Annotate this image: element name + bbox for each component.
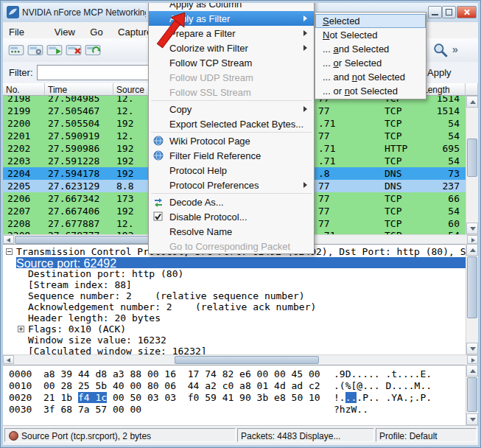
submenu-item-or-selected[interactable]: ... or Selected (315, 56, 426, 70)
menu-item-go-to-corresponding-packet: Go to Corresponding Packet (149, 239, 314, 253)
detail-pane-hscrollbar[interactable] (3, 354, 478, 365)
cell-no: 2207 (7, 206, 30, 217)
apply-as-filter-submenu: Selected Not Selected ... and Selected .… (315, 12, 426, 99)
bytes-pane-scrollbar[interactable] (466, 365, 478, 425)
hex-line[interactable]: 0000a8 39 44 d8 a3 88 00 16 17 74 82 e6 … (9, 368, 432, 379)
app-icon[interactable] (7, 6, 19, 18)
hex-line[interactable]: 002021 1b f4 1c 00 50 03 03 f0 59 41 90 … (9, 392, 432, 403)
cell-destination: 77 (318, 130, 330, 141)
capture-stop-icon[interactable] (65, 41, 82, 59)
detail-line[interactable]: Sequence number: 2 (relative sequence nu… (3, 290, 466, 301)
menu-view[interactable]: View (49, 24, 81, 37)
expert-info-icon[interactable] (9, 431, 18, 441)
close-button[interactable] (457, 6, 477, 18)
submenu-item-and-selected[interactable]: ... and Selected (315, 42, 426, 56)
cell-length: 54 (418, 155, 460, 167)
submenu-arrow-icon (303, 182, 307, 188)
cell-length: 695 (418, 143, 460, 154)
detail-line[interactable]: Header length: 20 bytes (3, 312, 466, 323)
menu-item-export-selected-packet-bytes[interactable]: Export Selected Packet Bytes... (149, 116, 314, 131)
submenu-arrow-icon (303, 45, 307, 51)
detail-line[interactable]: Acknowledgement number: 2 (relative ack … (3, 301, 466, 312)
cell-length: 54 (418, 206, 460, 217)
cell-time: 27.590986 (48, 143, 99, 154)
submenu-item-not-selected[interactable]: Not Selected (315, 28, 426, 42)
menu-item-resolve-name[interactable]: Resolve Name (149, 224, 314, 239)
minimize-button[interactable] (428, 6, 442, 18)
wireshark-window: NVIDIA nForce MCP Networking File View G… (0, 0, 481, 448)
detail-line-selected[interactable]: Source port: 62492 (16, 257, 466, 268)
detail-line[interactable]: [Calculated window size: 16232] (3, 346, 466, 354)
cell-no: 2208 (7, 218, 30, 229)
detail-line[interactable]: Window size value: 16232 (3, 335, 466, 346)
menu-item-disable-protocol[interactable]: Disable Protocol... (149, 209, 314, 224)
cell-time: 27.623129 (48, 181, 99, 192)
toolbar-overflow-button[interactable]: » (452, 43, 458, 55)
cell-time: 27.594178 (48, 168, 99, 179)
expander-minus-icon[interactable] (6, 248, 13, 255)
submenu-item-and-not-selected[interactable]: ... and not Selected (315, 70, 426, 84)
cell-destination: 77 (318, 181, 330, 192)
menu-separator (151, 193, 312, 194)
column-header-no[interactable]: No. (3, 83, 45, 96)
cell-no: 2204 (7, 168, 30, 179)
list-interfaces-icon[interactable] (7, 41, 25, 59)
menu-item-decode-as[interactable]: Decode As... (149, 195, 314, 209)
cell-protocol: TCP (385, 130, 401, 141)
submenu-item-or-not-selected[interactable]: ... or not Selected (315, 84, 426, 98)
scrollbar-thumb[interactable] (467, 377, 477, 412)
menu-edit[interactable] (33, 22, 45, 35)
capture-options-icon[interactable] (27, 41, 44, 59)
scroll-down-icon[interactable] (466, 343, 478, 354)
status-profile-panel[interactable]: Profile: Default (376, 428, 477, 442)
globe-icon (153, 136, 164, 146)
globe-icon (153, 150, 164, 161)
apply-filter-button[interactable]: Apply (427, 67, 452, 78)
expander-plus-icon[interactable] (18, 326, 24, 332)
scroll-right-icon[interactable] (467, 235, 478, 244)
annotation-arrow (154, 4, 198, 52)
detail-line[interactable]: Destination port: http (80) (3, 268, 466, 279)
menu-item-copy[interactable]: Copy (149, 102, 314, 116)
cell-source: 12. (116, 218, 133, 229)
cell-time: 27.505467 (48, 105, 99, 116)
cell-protocol: TCP (385, 155, 401, 167)
packet-list-scrollbar[interactable] (466, 96, 478, 234)
hex-line[interactable]: 001000 28 25 5b 40 00 80 06 44 a2 c0 a8 … (9, 380, 432, 391)
capture-restart-icon[interactable] (84, 41, 102, 59)
window-content: NVIDIA nForce MCP Networking File View G… (3, 3, 478, 445)
scroll-down-icon[interactable] (466, 223, 478, 234)
scroll-up-icon[interactable] (466, 244, 478, 256)
column-header-length[interactable]: Length (420, 83, 466, 96)
menu-item-filter-field-reference[interactable]: Filter Field Reference (149, 148, 314, 163)
cell-source: 12. (116, 105, 133, 116)
menu-item-wiki-protocol-page[interactable]: Wiki Protocol Page (149, 133, 314, 148)
menu-go[interactable]: Go (84, 24, 108, 37)
cell-destination: 77 (318, 105, 330, 116)
scrollbar-thumb[interactable] (467, 256, 477, 318)
detail-line[interactable]: [Stream index: 88] (3, 279, 466, 290)
menu-item-follow-ssl-stream: Follow SSL Stream (149, 85, 314, 99)
hex-line[interactable]: 00303f 68 7a 57 00 00?hzW.. (9, 404, 368, 415)
menu-file[interactable]: File (3, 24, 30, 37)
scroll-left-icon[interactable] (3, 355, 14, 364)
detail-line[interactable]: Flags: 0x10 (ACK) (3, 323, 466, 335)
scroll-left-icon[interactable] (3, 235, 14, 244)
status-bar: Source Port (tcp.srcport), 2 bytes Packe… (3, 425, 478, 445)
scroll-right-icon[interactable] (467, 355, 478, 364)
scroll-down-icon[interactable] (466, 413, 478, 425)
scrollbar-thumb[interactable] (175, 356, 319, 364)
detail-pane-scrollbar[interactable] (466, 244, 478, 354)
scroll-up-icon[interactable] (466, 96, 478, 108)
capture-start-icon[interactable] (46, 41, 63, 59)
scrollbar-thumb[interactable] (467, 139, 477, 177)
find-packet-icon[interactable] (432, 41, 449, 59)
menu-item-follow-tcp-stream[interactable]: Follow TCP Stream (149, 55, 314, 70)
scroll-up-icon[interactable] (466, 365, 478, 377)
cell-length: 54 (418, 118, 460, 129)
submenu-item-selected[interactable]: Selected (315, 14, 426, 28)
menu-item-protocol-help[interactable]: Protocol Help (149, 163, 314, 178)
menu-item-protocol-preferences[interactable]: Protocol Preferences (149, 178, 314, 192)
maximize-button[interactable] (442, 6, 456, 18)
column-header-time[interactable]: Time (45, 83, 113, 96)
